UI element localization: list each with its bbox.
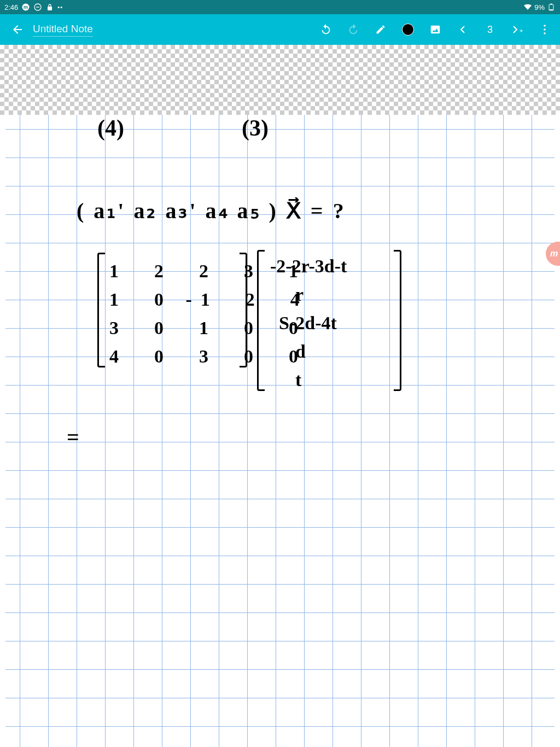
ink-vec-r1: -2-2r-3d-t: [270, 256, 347, 277]
status-left: 2:46 m ••: [4, 3, 63, 11]
arrow-left-icon: [11, 23, 24, 36]
ink-vec-r5: t: [295, 370, 301, 390]
ink-vec-r3: S-2d-4t: [279, 313, 337, 334]
ink-equals: =: [67, 424, 79, 450]
ink-equation: ( a₁' a₂ a₃' a₄ a₅ ) X⃗ = ?: [77, 198, 346, 224]
svg-text:m: m: [24, 4, 28, 10]
note-title-input[interactable]: Untitled Note: [33, 23, 93, 37]
ink-bracket-left-2: [257, 250, 265, 391]
image-icon: [429, 24, 441, 36]
page-next-add-button[interactable]: +: [509, 21, 526, 38]
ink-matrix-r3: 3 0 1 0 0: [109, 314, 307, 342]
ink-label-4: (4): [97, 115, 124, 141]
ink-bracket-left-1: [97, 253, 105, 367]
pen-tool-button[interactable]: [372, 21, 389, 38]
page-prev-button[interactable]: [454, 21, 471, 38]
svg-rect-8: [431, 26, 440, 34]
ink-bracket-right-2: [394, 250, 401, 391]
clock: 2:46: [4, 3, 18, 11]
ink-label-3: (3): [242, 115, 269, 141]
toolbar: 3 +: [317, 21, 553, 38]
status-right: 9%: [523, 3, 556, 11]
undo-icon: [320, 24, 332, 36]
minus-circle-icon: [33, 3, 42, 11]
transparent-background: [0, 45, 560, 115]
status-bar: 2:46 m •• 9%: [0, 0, 560, 14]
svg-rect-6: [551, 4, 552, 5]
image-insert-button[interactable]: [427, 21, 444, 38]
chevron-left-icon: [458, 25, 467, 34]
ink-matrix-r2: 1 0 -1 2 4: [109, 285, 308, 314]
redo-icon: [347, 24, 359, 36]
ink-vec-r2: r: [295, 284, 304, 305]
stroke-width-button[interactable]: 3: [481, 21, 499, 38]
svg-rect-7: [550, 9, 553, 10]
lock-icon: [45, 3, 54, 11]
color-picker-button[interactable]: [399, 21, 417, 38]
svg-point-11: [544, 28, 546, 31]
undo-button[interactable]: [317, 21, 335, 38]
pencil-icon: [375, 24, 386, 35]
color-dot-icon: [402, 24, 414, 36]
more-vert-icon: [540, 24, 549, 35]
wifi-icon: [523, 3, 532, 11]
overflow-menu-button[interactable]: [536, 21, 553, 38]
app-badge-icon: m: [21, 3, 30, 11]
ink-matrix-r4: 4 0 3 0 0: [109, 342, 307, 371]
battery-text: 9%: [534, 3, 545, 11]
canvas-area[interactable]: (4) (3) ( a₁' a₂ a₃' a₄ a₅ ) X⃗ = ? 1 2 …: [0, 45, 560, 747]
svg-rect-4: [48, 7, 52, 10]
stroke-width-label: 3: [487, 24, 493, 36]
ink-vec-r4: d: [295, 341, 306, 362]
back-button[interactable]: [7, 19, 28, 40]
svg-point-12: [544, 32, 546, 34]
battery-icon: [547, 3, 556, 11]
svg-text:+: +: [520, 27, 523, 34]
side-tab-icon: m: [550, 249, 558, 259]
more-dots-icon: ••: [57, 4, 63, 10]
app-bar: Untitled Note 3 +: [0, 14, 560, 45]
chevron-right-plus-icon: +: [512, 25, 523, 34]
svg-point-10: [544, 25, 546, 27]
redo-button[interactable]: [345, 21, 362, 38]
